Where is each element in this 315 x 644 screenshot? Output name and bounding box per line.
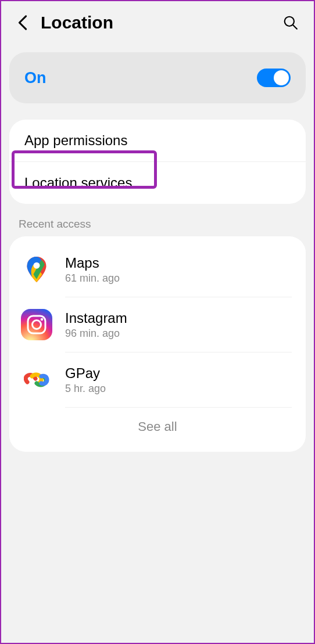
svg-point-4 bbox=[33, 321, 41, 329]
settings-card: App permissions Location services bbox=[9, 120, 306, 204]
svg-point-0 bbox=[285, 17, 294, 26]
gpay-app-icon bbox=[21, 364, 52, 395]
header: Location bbox=[1, 1, 314, 44]
app-time: 61 min. ago bbox=[65, 272, 292, 285]
recent-access-header: Recent access bbox=[1, 204, 314, 236]
toggle-label: On bbox=[24, 69, 46, 87]
instagram-app-icon bbox=[21, 309, 52, 340]
svg-point-5 bbox=[41, 318, 44, 321]
app-time: 96 min. ago bbox=[65, 328, 292, 340]
app-time: 5 hr. ago bbox=[65, 383, 292, 395]
app-info: Maps 61 min. ago bbox=[65, 255, 292, 285]
back-icon[interactable] bbox=[15, 15, 30, 30]
search-icon[interactable] bbox=[281, 13, 300, 32]
location-master-toggle-card: On bbox=[9, 52, 306, 103]
recent-access-card: Maps 61 min. ago Instagram 96 min. ago bbox=[9, 236, 306, 452]
app-name: Maps bbox=[65, 255, 292, 271]
location-toggle[interactable] bbox=[257, 69, 291, 87]
list-item[interactable]: Instagram 96 min. ago bbox=[9, 297, 306, 352]
svg-line-1 bbox=[293, 25, 297, 29]
app-info: GPay 5 hr. ago bbox=[65, 365, 292, 395]
see-all-button[interactable]: See all bbox=[9, 408, 306, 440]
app-info: Instagram 96 min. ago bbox=[65, 310, 292, 340]
maps-app-icon bbox=[21, 254, 52, 285]
app-name: Instagram bbox=[65, 310, 292, 326]
list-item[interactable]: GPay 5 hr. ago bbox=[9, 352, 306, 407]
svg-point-2 bbox=[34, 262, 40, 269]
location-services-item[interactable]: Location services bbox=[9, 162, 306, 204]
app-permissions-item[interactable]: App permissions bbox=[9, 120, 306, 162]
app-name: GPay bbox=[65, 365, 292, 382]
list-item[interactable]: Maps 61 min. ago bbox=[9, 242, 306, 297]
page-title: Location bbox=[41, 13, 271, 33]
